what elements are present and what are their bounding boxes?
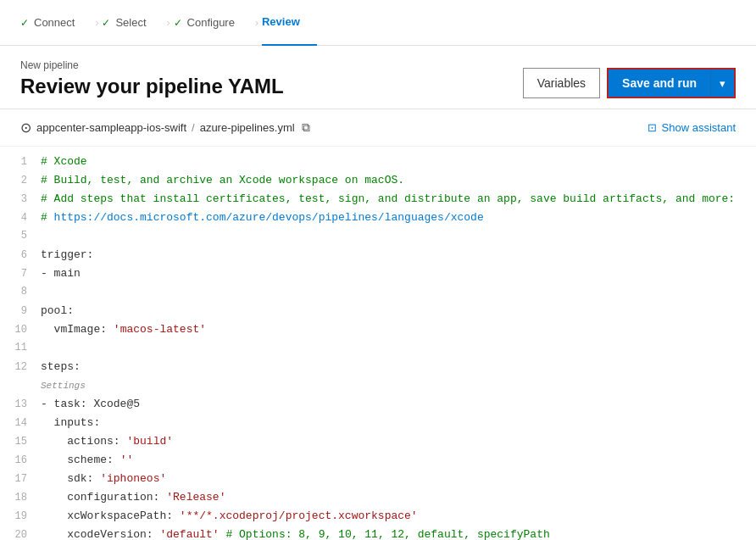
filename: azure-pipelines.yml xyxy=(200,121,295,134)
repo-name: appcenter-sampleapp-ios-swift xyxy=(36,121,186,134)
line-content: inputs: xyxy=(41,415,756,432)
code-line: 20 xcodeVersion: 'default' # Options: 8,… xyxy=(0,526,756,540)
code-line: 9pool: xyxy=(0,303,756,321)
code-line: 3# Add steps that install certificates, … xyxy=(0,191,756,209)
code-line: 19 xcWorkspacePath: '**/*.xcodeproj/proj… xyxy=(0,508,756,526)
line-content: xcWorkspacePath: '**/*.xcodeproj/project… xyxy=(41,508,756,526)
step-select[interactable]: ✓ Select xyxy=(102,0,163,46)
line-content: # Xcode xyxy=(41,153,756,171)
step-configure-label: Configure xyxy=(187,16,235,29)
code-line: 14 inputs: xyxy=(0,415,756,433)
header-right: Variables Save and run ▾ xyxy=(523,68,736,98)
save-run-button[interactable]: Save and run xyxy=(609,70,710,97)
line-num: 3 xyxy=(0,192,41,208)
variables-button[interactable]: Variables xyxy=(523,68,600,98)
line-num: 4 xyxy=(0,210,41,226)
line-content: configuration: 'Release' xyxy=(41,489,756,507)
github-icon: ⊙ xyxy=(20,120,31,136)
code-line: 15 actions: 'build' xyxy=(0,433,756,452)
code-line: 11 xyxy=(0,340,756,359)
settings-label-row: Settings xyxy=(0,377,756,396)
save-run-group: Save and run ▾ xyxy=(607,68,736,98)
line-content: Settings xyxy=(41,377,756,395)
check-icon-3: ✓ xyxy=(174,17,182,29)
code-line: 13- task: Xcode@5 xyxy=(0,396,756,415)
filepath-left: ⊙ appcenter-sampleapp-ios-swift / azure-… xyxy=(20,120,310,136)
code-line: 2# Build, test, and archive an Xcode wor… xyxy=(0,172,756,191)
check-icon: ✓ xyxy=(20,17,29,29)
code-line: 1# Xcode xyxy=(0,153,756,172)
line-content: sdk: 'iphoneos' xyxy=(41,470,756,488)
line-num: 19 xyxy=(0,509,41,525)
line-content: - main xyxy=(41,265,756,283)
show-assistant-label: Show assistant xyxy=(662,121,736,134)
code-line: 17 sdk: 'iphoneos' xyxy=(0,470,756,489)
line-num: 13 xyxy=(0,397,41,413)
page-header: New pipeline Review your pipeline YAML V… xyxy=(0,46,756,109)
code-line: 4# https://docs.microsoft.com/azure/devo… xyxy=(0,209,756,228)
line-num: 9 xyxy=(0,303,41,320)
line-content: trigger: xyxy=(41,247,756,264)
save-run-chevron-button[interactable]: ▾ xyxy=(710,70,734,97)
step-select-label: Select xyxy=(115,16,146,29)
line-content: actions: 'build' xyxy=(41,433,756,451)
code-line: 12steps: xyxy=(0,359,756,377)
line-content: # Add steps that install certificates, t… xyxy=(41,191,756,209)
code-line: 18 configuration: 'Release' xyxy=(0,489,756,508)
filepath-bar: ⊙ appcenter-sampleapp-ios-swift / azure-… xyxy=(0,109,756,147)
page-subtitle: New pipeline xyxy=(20,59,284,71)
line-num: 8 xyxy=(0,284,41,300)
code-line: 10 vmImage: 'macos-latest' xyxy=(0,321,756,340)
step-connect-label: Connect xyxy=(34,16,75,29)
path-separator: / xyxy=(192,121,195,134)
step-sep-1: › xyxy=(95,17,98,29)
copy-icon[interactable]: ⧉ xyxy=(302,120,310,135)
step-sep-3: › xyxy=(255,17,258,29)
stepper: ✓ Connect › ✓ Select › ✓ Configure › Rev… xyxy=(0,0,756,46)
show-assistant-button[interactable]: ⊡ Show assistant xyxy=(648,121,736,134)
chevron-down-icon: ▾ xyxy=(720,77,725,90)
line-content: scheme: '' xyxy=(41,452,756,470)
code-line: 8 xyxy=(0,284,756,303)
code-line: 16 scheme: '' xyxy=(0,452,756,470)
step-review[interactable]: Review xyxy=(262,0,317,46)
line-num: 6 xyxy=(0,248,41,264)
line-content: # Build, test, and archive an Xcode work… xyxy=(41,172,756,190)
line-content: vmImage: 'macos-latest' xyxy=(41,321,756,339)
code-editor: 1# Xcode2# Build, test, and archive an X… xyxy=(0,147,756,540)
step-review-label: Review xyxy=(262,15,300,28)
header-left: New pipeline Review your pipeline YAML xyxy=(20,59,284,98)
code-line: 5 xyxy=(0,228,756,247)
page-title: Review your pipeline YAML xyxy=(20,75,284,98)
line-num: 1 xyxy=(0,154,41,170)
line-content: xcodeVersion: 'default' # Options: 8, 9,… xyxy=(41,526,756,540)
line-content: steps: xyxy=(41,359,756,376)
line-content: - task: Xcode@5 xyxy=(41,396,756,414)
line-num: 2 xyxy=(0,173,41,189)
assistant-icon: ⊡ xyxy=(648,121,657,134)
line-content: pool: xyxy=(41,303,756,320)
line-num: 12 xyxy=(0,359,41,376)
step-connect[interactable]: ✓ Connect xyxy=(20,0,92,46)
line-content: # https://docs.microsoft.com/azure/devop… xyxy=(41,209,756,227)
code-line: 6trigger: xyxy=(0,247,756,265)
line-num: 20 xyxy=(0,527,41,540)
line-num: 15 xyxy=(0,434,41,450)
step-sep-2: › xyxy=(167,17,170,29)
line-num: 7 xyxy=(0,266,41,282)
step-configure[interactable]: ✓ Configure xyxy=(174,0,252,46)
line-num: 5 xyxy=(0,228,41,244)
line-num: 10 xyxy=(0,322,41,338)
line-num: 17 xyxy=(0,471,41,487)
code-line: 7- main xyxy=(0,265,756,284)
line-num: 14 xyxy=(0,415,41,431)
line-num: 11 xyxy=(0,340,41,356)
line-num: 16 xyxy=(0,453,41,469)
line-num: 18 xyxy=(0,490,41,506)
check-icon-2: ✓ xyxy=(102,17,110,29)
